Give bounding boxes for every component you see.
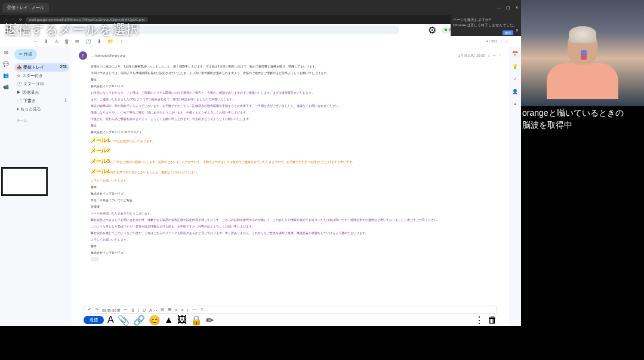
- avatar: E: [79, 51, 87, 60]
- nav-forward-icon[interactable]: →: [12, 18, 16, 21]
- restore-button[interactable]: 復元: [503, 30, 513, 35]
- format-toggle-icon[interactable]: A: [107, 315, 114, 325]
- browser-tab[interactable]: 受信トレイ - メール: [2, 3, 49, 13]
- tasks-icon[interactable]: ✓: [513, 76, 517, 82]
- slideshow-panel: [1, 167, 48, 196]
- move-icon[interactable]: 📁: [107, 39, 113, 44]
- slide-thumbnail[interactable]: [2, 168, 47, 195]
- chat-icon[interactable]: 💬: [3, 61, 9, 67]
- mail-icon[interactable]: ✉: [4, 50, 8, 56]
- from-address: … fujimoto@impv.org: [91, 54, 125, 57]
- italic-icon[interactable]: I: [138, 308, 139, 312]
- unread-icon[interactable]: ✉: [75, 39, 79, 44]
- task-icon[interactable]: ⬇: [97, 39, 101, 44]
- mail-label-1: メール1: [91, 137, 110, 143]
- restore-notification: ページを復元しますか? Chrome は正しく終了しませんでした。 ✕ 復元: [451, 15, 521, 36]
- mail-content[interactable]: 皆様方のご協力により、1本目が無事完成いたしましたこと、深く感謝申し上げます。引…: [79, 64, 502, 261]
- pagination: 4 / 361: [486, 39, 497, 43]
- search-input[interactable]: [59, 26, 399, 34]
- archive-icon[interactable]: ⬇: [44, 39, 48, 44]
- sidebar-item-sent[interactable]: ▶ 送信済み: [14, 88, 69, 97]
- quote-icon[interactable]: ⫶: [187, 308, 189, 312]
- list-bul-icon[interactable]: ☰: [168, 307, 171, 312]
- font-select[interactable]: sans-serif: [102, 308, 120, 312]
- more-icon[interactable]: ⋮: [119, 39, 124, 44]
- tune-icon[interactable]: ⚙: [428, 24, 436, 36]
- sidebar-item-more[interactable]: ▾ もっと見る: [14, 105, 69, 113]
- sidebar-item-starred[interactable]: ☆ スター付き: [14, 72, 69, 80]
- spam-icon[interactable]: ⚠: [54, 39, 58, 44]
- clear-format-icon[interactable]: 𝕋: [201, 307, 204, 312]
- sidebar-item-inbox[interactable]: 📥 受信トレイ253: [14, 63, 69, 72]
- send-button[interactable]: 送信: [84, 316, 104, 324]
- mail-label-2: メール2: [91, 147, 110, 153]
- redo-icon[interactable]: ↷: [95, 307, 98, 312]
- align-icon[interactable]: ▪: [156, 308, 157, 312]
- snooze-icon[interactable]: 🕐: [85, 39, 91, 44]
- meet-icon[interactable]: 📹: [3, 84, 9, 90]
- next-icon[interactable]: ›: [506, 39, 507, 43]
- webcam-feed: [521, 0, 644, 106]
- keep-icon[interactable]: 💡: [512, 64, 518, 69]
- expand-trimmed-icon[interactable]: …: [91, 257, 99, 261]
- send-toolbar: 送信 A 📎 🔗 😊 ▲ 🖼 🔒 ✏ ⋮ 🗑: [84, 315, 497, 325]
- window-maximize-icon[interactable]: ▢: [506, 5, 510, 10]
- browser-tab-bar: 受信トレイ - メール — ▢ ✕: [0, 0, 521, 15]
- indent-less-icon[interactable]: ≡: [175, 308, 177, 312]
- size-icon[interactable]: ⋯: [124, 307, 128, 312]
- more-options-icon[interactable]: ⋮: [474, 315, 484, 326]
- calendar-icon[interactable]: 📅: [512, 51, 518, 57]
- gmail-logo: Gmail: [18, 27, 30, 33]
- sidebar-item-drafts[interactable]: 📄 下書き1: [14, 97, 69, 105]
- strike-icon[interactable]: ⋯: [193, 307, 197, 312]
- nav-back-icon[interactable]: ←: [5, 18, 8, 21]
- undo-icon[interactable]: ↶: [88, 307, 91, 312]
- status-caption: orangeと囁いているときの 脳波を取得中: [522, 107, 642, 131]
- gmail-header: ☰ Gmail ⚙ アクティブ ⚙ ⋮⋮⋮: [0, 24, 521, 36]
- mail-date: 1月9日(木) 10:50: [458, 53, 485, 59]
- compose-button[interactable]: ✏ 作成: [14, 49, 37, 60]
- url-input[interactable]: mail.google.com/mail/u/0/#inbox/FMfcgzGs…: [26, 17, 148, 22]
- discard-icon[interactable]: 🗑: [488, 315, 497, 325]
- prev-icon[interactable]: ‹: [501, 39, 502, 43]
- menu-icon[interactable]: ☰: [5, 24, 13, 36]
- attach-icon[interactable]: 📎: [118, 315, 130, 326]
- emoji-icon[interactable]: 😊: [149, 315, 161, 326]
- window-minimize-icon[interactable]: —: [497, 5, 501, 10]
- image-icon[interactable]: 🖼: [177, 315, 187, 325]
- delete-icon[interactable]: 🗑: [64, 39, 69, 44]
- more-icon[interactable]: ⋮: [498, 53, 502, 59]
- format-toolbar: ↶ ↷ sans-serif ⋯ B I U A ▪ ⊟ ☰ ≡ ≡ ⫶ ⋯ 𝕋: [84, 306, 497, 314]
- mail-body: E … fujimoto@impv.org 1月9日(木) 10:50 ☆ ↩ …: [72, 47, 509, 326]
- window-close-icon[interactable]: ✕: [515, 5, 519, 10]
- back-icon[interactable]: ←: [33, 39, 38, 44]
- notif-close-icon[interactable]: ✕: [516, 28, 519, 32]
- confidential-icon[interactable]: 🔒: [190, 315, 202, 326]
- notif-title: ページを復元しますか?: [453, 17, 519, 23]
- mail-label-4: メール4: [91, 168, 110, 174]
- underline-icon[interactable]: U: [143, 308, 146, 312]
- addons-icon[interactable]: +: [514, 101, 517, 107]
- reply-icon[interactable]: ↩: [493, 53, 496, 59]
- mail-label-3: メール3: [91, 158, 110, 164]
- color-icon[interactable]: A: [149, 308, 152, 312]
- bold-icon[interactable]: B: [131, 308, 134, 312]
- url-bar: ← → ⟳ mail.google.com/mail/u/0/#inbox/FM…: [0, 15, 521, 24]
- star-icon[interactable]: ☆: [488, 53, 491, 59]
- drive-icon[interactable]: ▲: [164, 315, 174, 325]
- link-icon[interactable]: 🔗: [133, 315, 145, 326]
- nav-reload-icon[interactable]: ⟳: [19, 17, 22, 21]
- letterbox: [0, 326, 644, 360]
- indent-more-icon[interactable]: ≡: [181, 308, 183, 312]
- sidebar-section-labels: ラベル: [14, 118, 69, 124]
- signature-icon[interactable]: ✏: [206, 315, 214, 326]
- mail-toolbar: ← ⬇ ⚠ 🗑 ✉ 🕐 ⬇ 📁 ⋮ 4 / 361 ‹ ›: [0, 36, 521, 47]
- contacts-icon[interactable]: 👤: [512, 89, 518, 94]
- right-rail: 📅 💡 ✓ 👤 +: [509, 47, 521, 326]
- notif-body: Chrome は正しく終了しませんでした。: [453, 23, 519, 28]
- list-num-icon[interactable]: ⊟: [161, 307, 164, 312]
- spaces-icon[interactable]: 👥: [3, 73, 9, 78]
- sidebar-item-snoozed[interactable]: 🕐 スヌーズ中: [14, 80, 69, 88]
